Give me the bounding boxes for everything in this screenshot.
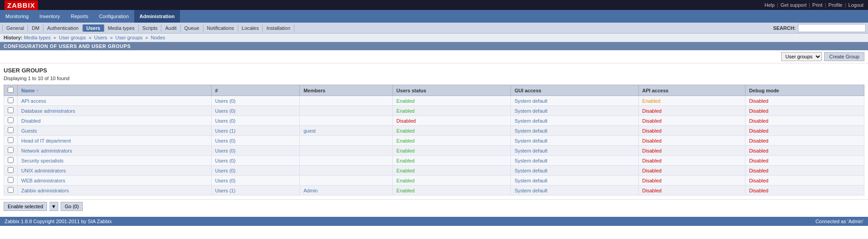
subnav-queue[interactable]: Queue	[181, 24, 203, 32]
row-users-link[interactable]: Users (0)	[215, 148, 236, 153]
row-debug-link[interactable]: Disabled	[749, 108, 769, 114]
subnav-media-types[interactable]: Media types	[104, 24, 139, 32]
row-name-link[interactable]: API access	[21, 98, 46, 104]
create-group-button[interactable]: Create Group	[824, 52, 864, 61]
row-checkbox[interactable]	[8, 187, 14, 193]
breadcrumb-user-groups2[interactable]: User groups	[115, 35, 142, 40]
row-gui-link[interactable]: System default	[514, 98, 547, 104]
row-api-link[interactable]: Disabled	[642, 188, 662, 193]
user-groups-dropdown[interactable]: User groups Users	[781, 52, 822, 61]
select-all-checkbox[interactable]	[8, 87, 14, 93]
nav-administration[interactable]: Administration	[134, 10, 180, 23]
table-row: Guests Users (1) guest Enabled System de…	[4, 126, 864, 136]
row-users-link[interactable]: Users (1)	[215, 188, 236, 193]
row-checkbox[interactable]	[8, 137, 14, 143]
row-api-link[interactable]: Disabled	[642, 148, 662, 153]
row-users-link[interactable]: Users (0)	[215, 178, 236, 183]
row-users-link[interactable]: Users (0)	[215, 108, 236, 114]
breadcrumb-media-types[interactable]: Media types	[24, 35, 51, 40]
get-support-link[interactable]: Get support	[780, 2, 806, 8]
row-name-link[interactable]: Security specialists	[21, 158, 64, 163]
row-users-link[interactable]: Users (0)	[215, 158, 236, 163]
row-debug-link[interactable]: Disabled	[749, 128, 769, 134]
subnav-installation[interactable]: Installation	[263, 24, 294, 32]
row-gui-link[interactable]: System default	[514, 108, 547, 114]
row-users-link[interactable]: Users (0)	[215, 98, 236, 104]
row-checkbox[interactable]	[8, 127, 14, 133]
row-name-link[interactable]: UNIX administrators	[21, 168, 66, 173]
row-gui-link[interactable]: System default	[514, 138, 547, 143]
breadcrumb-nodes[interactable]: Nodes	[151, 35, 165, 40]
row-checkbox-cell	[4, 106, 18, 116]
row-debug-link[interactable]: Disabled	[749, 98, 769, 104]
row-debug-link[interactable]: Disabled	[749, 178, 769, 183]
subnav-scripts[interactable]: Scripts	[139, 24, 162, 32]
subnav-audit[interactable]: Audit	[161, 24, 180, 32]
row-name-link[interactable]: Database administrators	[21, 108, 75, 114]
row-gui-link[interactable]: System default	[514, 188, 547, 193]
row-checkbox[interactable]	[8, 97, 14, 103]
row-debug-link[interactable]: Disabled	[749, 168, 769, 173]
print-link[interactable]: Print	[812, 2, 823, 8]
row-api-link[interactable]: Disabled	[642, 168, 662, 173]
row-api-link[interactable]: Disabled	[642, 108, 662, 114]
subnav-locales[interactable]: Locales	[238, 24, 263, 32]
row-name-link[interactable]: Network administrators	[21, 148, 72, 153]
row-debug-link[interactable]: Disabled	[749, 118, 769, 124]
search-input[interactable]	[798, 24, 866, 32]
row-name-link[interactable]: Guests	[21, 128, 37, 134]
row-gui-link[interactable]: System default	[514, 168, 547, 173]
row-checkbox[interactable]	[8, 177, 14, 183]
row-gui-link[interactable]: System default	[514, 158, 547, 163]
sort-name-link[interactable]: Name ↑	[21, 88, 39, 93]
subnav-general[interactable]: General	[2, 24, 28, 32]
profile-link[interactable]: Profile	[828, 2, 842, 8]
nav-configuration[interactable]: Configuration	[94, 10, 134, 23]
row-gui-cell: System default	[511, 186, 638, 196]
row-api-link[interactable]: Disabled	[642, 158, 662, 163]
subnav-authentication[interactable]: Authentication	[43, 24, 83, 32]
col-name[interactable]: Name ↑	[18, 85, 212, 96]
subnav-users[interactable]: Users	[83, 24, 104, 32]
row-debug-link[interactable]: Disabled	[749, 158, 769, 163]
row-name-link[interactable]: Zabbix administrators	[21, 188, 69, 193]
row-gui-link[interactable]: System default	[514, 118, 547, 124]
dropdown-arrow-button[interactable]: ▼	[49, 202, 58, 211]
row-name-link[interactable]: Disabled	[21, 118, 41, 124]
subnav-notifications[interactable]: Notifications	[203, 24, 238, 32]
nav-reports[interactable]: Reports	[66, 10, 94, 23]
row-users-link[interactable]: Users (0)	[215, 118, 236, 124]
subnav-dm[interactable]: DM	[28, 24, 43, 32]
breadcrumb-users[interactable]: Users	[94, 35, 107, 40]
row-users-link[interactable]: Users (0)	[215, 168, 236, 173]
row-member-link[interactable]: Admin	[303, 188, 317, 193]
row-gui-link[interactable]: System default	[514, 128, 547, 134]
row-api-link[interactable]: Disabled	[642, 118, 662, 124]
row-member-link[interactable]: guest	[303, 128, 316, 134]
go-button[interactable]: Go (0)	[61, 202, 83, 211]
row-api-link[interactable]: Enabled	[642, 98, 660, 104]
row-api-link[interactable]: Disabled	[642, 178, 662, 183]
row-name-link[interactable]: WEB administrators	[21, 178, 65, 183]
row-debug-link[interactable]: Disabled	[749, 188, 769, 193]
row-debug-link[interactable]: Disabled	[749, 138, 769, 143]
row-checkbox[interactable]	[8, 147, 14, 153]
row-checkbox[interactable]	[8, 117, 14, 123]
row-checkbox[interactable]	[8, 157, 14, 163]
row-users-link[interactable]: Users (1)	[215, 128, 236, 134]
enable-selected-button[interactable]: Enable selected	[4, 202, 47, 211]
row-debug-link[interactable]: Disabled	[749, 148, 769, 153]
row-api-link[interactable]: Disabled	[642, 128, 662, 134]
nav-monitoring[interactable]: Monitoring	[0, 10, 34, 23]
row-name-link[interactable]: Head of IT department	[21, 138, 71, 143]
logout-link[interactable]: Logout	[848, 2, 863, 8]
breadcrumb-user-groups[interactable]: User groups	[59, 35, 86, 40]
row-users-link[interactable]: Users (0)	[215, 138, 236, 143]
row-checkbox[interactable]	[8, 107, 14, 113]
nav-inventory[interactable]: Inventory	[34, 10, 65, 23]
row-checkbox[interactable]	[8, 167, 14, 173]
help-link[interactable]: Help	[764, 2, 775, 8]
row-gui-link[interactable]: System default	[514, 178, 547, 183]
row-api-link[interactable]: Disabled	[642, 138, 662, 143]
row-gui-link[interactable]: System default	[514, 148, 547, 153]
